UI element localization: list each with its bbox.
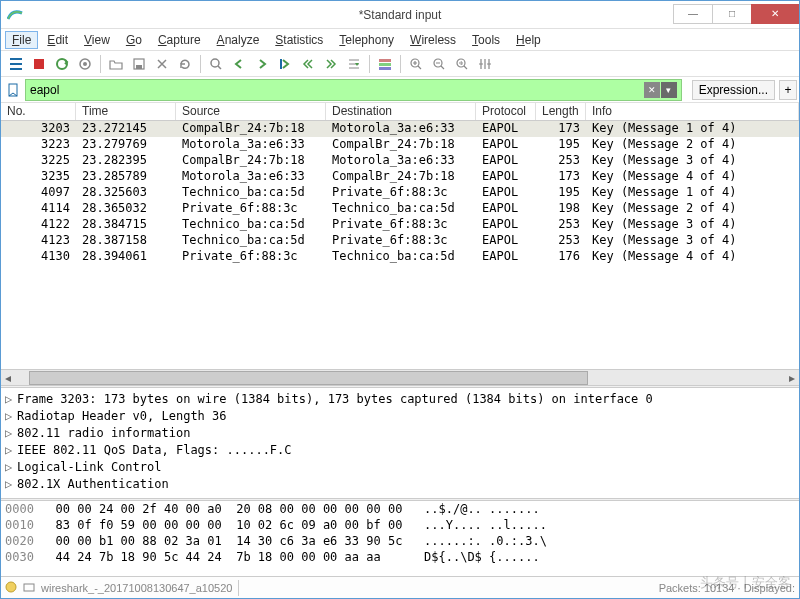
menu-view[interactable]: View bbox=[77, 31, 117, 49]
svg-text:1: 1 bbox=[460, 60, 463, 66]
menu-analyze[interactable]: Analyze bbox=[210, 31, 267, 49]
svg-rect-16 bbox=[24, 584, 34, 591]
expression-button[interactable]: Expression... bbox=[692, 80, 775, 100]
tree-item[interactable]: ▷ Frame 3203: 173 bytes on wire (1384 bi… bbox=[1, 390, 799, 407]
menubar: FileEditViewGoCaptureAnalyzeStatisticsTe… bbox=[1, 29, 799, 51]
hex-row[interactable]: 0000 00 00 24 00 2f 40 00 a0 20 08 00 00… bbox=[1, 502, 799, 518]
svg-point-3 bbox=[83, 62, 87, 66]
open-file-icon[interactable] bbox=[105, 53, 127, 75]
go-forward-icon[interactable] bbox=[251, 53, 273, 75]
packet-row[interactable]: 322323.279769Motorola_3a:e6:33CompalBr_2… bbox=[1, 137, 799, 153]
filter-bar: ✕ ▾ Expression... + bbox=[1, 77, 799, 103]
filter-dropdown-icon[interactable]: ▾ bbox=[661, 82, 677, 98]
resize-columns-icon[interactable] bbox=[474, 53, 496, 75]
menu-tools[interactable]: Tools bbox=[465, 31, 507, 49]
hex-view[interactable]: 0000 00 00 24 00 2f 40 00 a0 20 08 00 00… bbox=[1, 501, 799, 577]
status-packets: Packets: 10134 · Displayed: bbox=[659, 582, 795, 594]
hex-row[interactable]: 0030 44 24 7b 18 90 5c 44 24 7b 18 00 00… bbox=[1, 550, 799, 566]
packet-row[interactable]: 323523.285789Motorola_3a:e6:33CompalBr_2… bbox=[1, 169, 799, 185]
titlebar: *Standard input — □ ✕ bbox=[1, 1, 799, 29]
reload-icon[interactable] bbox=[174, 53, 196, 75]
svg-rect-0 bbox=[34, 59, 44, 69]
packet-row[interactable]: 411428.365032Private_6f:88:3cTechnico_ba… bbox=[1, 201, 799, 217]
add-filter-button[interactable]: + bbox=[779, 80, 797, 100]
column-protocol[interactable]: Protocol bbox=[476, 103, 536, 120]
column-no[interactable]: No. bbox=[1, 103, 76, 120]
svg-rect-9 bbox=[379, 67, 391, 70]
bookmark-filter-icon[interactable] bbox=[3, 80, 23, 100]
toolbar: 1 bbox=[1, 51, 799, 77]
find-icon[interactable] bbox=[205, 53, 227, 75]
zoom-in-icon[interactable] bbox=[405, 53, 427, 75]
menu-go[interactable]: Go bbox=[119, 31, 149, 49]
svg-rect-14 bbox=[9, 84, 17, 96]
status-file: wireshark_-_20171008130647_a10520 bbox=[41, 582, 232, 594]
packet-row[interactable]: 413028.394061Private_6f:88:3cTechnico_ba… bbox=[1, 249, 799, 265]
go-to-packet-icon[interactable] bbox=[274, 53, 296, 75]
stop-capture-icon[interactable] bbox=[28, 53, 50, 75]
status-capture-icon[interactable] bbox=[23, 581, 35, 595]
display-filter-input[interactable] bbox=[25, 79, 682, 101]
svg-point-6 bbox=[211, 59, 219, 67]
list-icon[interactable] bbox=[5, 53, 27, 75]
column-time[interactable]: Time bbox=[76, 103, 176, 120]
zoom-out-icon[interactable] bbox=[428, 53, 450, 75]
close-button[interactable]: ✕ bbox=[751, 4, 799, 24]
hex-row[interactable]: 0010 83 0f f0 59 00 00 00 00 10 02 6c 09… bbox=[1, 518, 799, 534]
menu-statistics[interactable]: Statistics bbox=[268, 31, 330, 49]
packet-row[interactable]: 409728.325603Technico_ba:ca:5dPrivate_6f… bbox=[1, 185, 799, 201]
menu-edit[interactable]: Edit bbox=[40, 31, 75, 49]
svg-point-15 bbox=[6, 582, 16, 592]
protocol-tree[interactable]: ▷ Frame 3203: 173 bytes on wire (1384 bi… bbox=[1, 388, 799, 498]
maximize-button[interactable]: □ bbox=[712, 4, 752, 24]
menu-capture[interactable]: Capture bbox=[151, 31, 208, 49]
column-source[interactable]: Source bbox=[176, 103, 326, 120]
tree-item[interactable]: ▷ Logical-Link Control bbox=[1, 458, 799, 475]
zoom-reset-icon[interactable]: 1 bbox=[451, 53, 473, 75]
status-expert-icon[interactable] bbox=[5, 581, 17, 595]
colorize-icon[interactable] bbox=[374, 53, 396, 75]
restart-capture-icon[interactable] bbox=[51, 53, 73, 75]
save-file-icon[interactable] bbox=[128, 53, 150, 75]
tree-item[interactable]: ▷ IEEE 802.11 QoS Data, Flags: ......F.C bbox=[1, 441, 799, 458]
svg-rect-7 bbox=[379, 59, 391, 62]
clear-filter-icon[interactable]: ✕ bbox=[644, 82, 660, 98]
packet-list[interactable]: 320323.272145CompalBr_24:7b:18Motorola_3… bbox=[1, 121, 799, 369]
menu-telephony[interactable]: Telephony bbox=[332, 31, 401, 49]
app-icon bbox=[7, 7, 23, 23]
auto-scroll-icon[interactable] bbox=[343, 53, 365, 75]
packet-row[interactable]: 320323.272145CompalBr_24:7b:18Motorola_3… bbox=[1, 121, 799, 137]
capture-options-icon[interactable] bbox=[74, 53, 96, 75]
packet-row[interactable]: 412228.384715Technico_ba:ca:5dPrivate_6f… bbox=[1, 217, 799, 233]
column-length[interactable]: Length bbox=[536, 103, 586, 120]
svg-rect-5 bbox=[136, 65, 142, 69]
column-destination[interactable]: Destination bbox=[326, 103, 476, 120]
svg-rect-8 bbox=[379, 63, 391, 66]
tree-item[interactable]: ▷ 802.1X Authentication bbox=[1, 475, 799, 492]
menu-wireless[interactable]: Wireless bbox=[403, 31, 463, 49]
close-file-icon[interactable] bbox=[151, 53, 173, 75]
packet-list-header: No. Time Source Destination Protocol Len… bbox=[1, 103, 799, 121]
minimize-button[interactable]: — bbox=[673, 4, 713, 24]
packet-row[interactable]: 322523.282395CompalBr_24:7b:18Motorola_3… bbox=[1, 153, 799, 169]
go-last-icon[interactable] bbox=[320, 53, 342, 75]
menu-file[interactable]: File bbox=[5, 31, 38, 49]
packet-row[interactable]: 412328.387158Technico_ba:ca:5dPrivate_6f… bbox=[1, 233, 799, 249]
hex-row[interactable]: 0020 00 00 b1 00 88 02 3a 01 14 30 c6 3a… bbox=[1, 534, 799, 550]
menu-help[interactable]: Help bbox=[509, 31, 548, 49]
tree-item[interactable]: ▷ Radiotap Header v0, Length 36 bbox=[1, 407, 799, 424]
statusbar: wireshark_-_20171008130647_a10520 Packet… bbox=[1, 576, 799, 598]
tree-item[interactable]: ▷ 802.11 radio information bbox=[1, 424, 799, 441]
go-first-icon[interactable] bbox=[297, 53, 319, 75]
column-info[interactable]: Info bbox=[586, 103, 799, 120]
horizontal-scrollbar[interactable]: ◂ ▸ bbox=[1, 369, 799, 385]
go-back-icon[interactable] bbox=[228, 53, 250, 75]
